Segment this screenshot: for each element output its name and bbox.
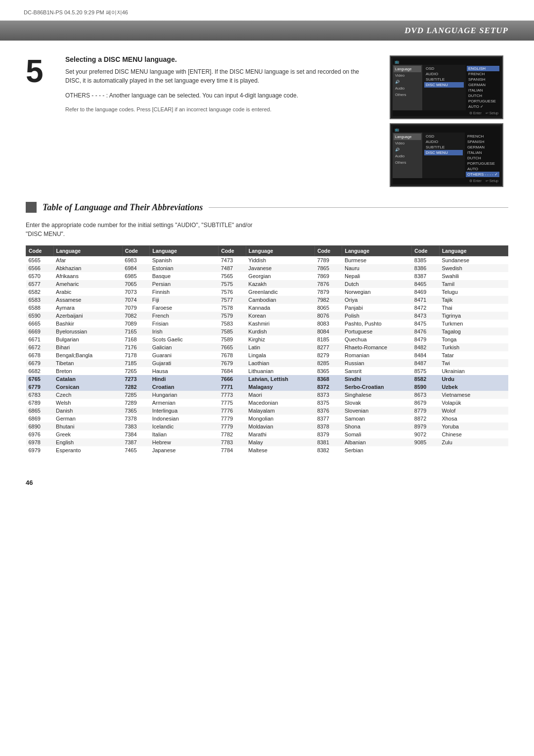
lang-code: 7789 [314,256,342,265]
lang-name: Finnish [150,288,219,296]
lang-name: Maori [246,391,314,399]
lang-code: 7384 [122,430,150,438]
lang-name: Javanese [246,264,314,272]
lang-name: Norwegian [342,288,412,296]
table-row: 6671Bulgarian7168Scots Gaelic7589Kirghiz… [26,335,508,343]
col-header-9: Code [412,246,440,256]
lang-name: Ameharic [53,280,122,288]
table-row: 6978English7387Hebrew7783Malay8381Albani… [26,438,508,446]
table-row: 6979Esperanto7465Japanese7784Maltese8382… [26,446,508,454]
lang-name: Sundanese [439,256,508,265]
lang-name: Assamese [53,296,122,304]
table-row: 6789Welsh7289Armenian7775Macedonian8375S… [26,399,508,407]
lang-name: Aymara [53,304,122,312]
lang-name: Mongolian [246,415,314,423]
tv1-bottom: ⚙ Enter ↩ Setup [393,110,500,116]
lang-name [439,446,508,454]
lang-code: 7577 [219,296,246,304]
lang-code: 6985 [122,272,150,280]
lang-code: 7178 [122,351,150,359]
lang-name: Nauru [342,264,412,272]
col-header-2: Language [53,246,122,256]
lang-code: 6583 [26,296,54,304]
lang-name: Kazakh [246,280,314,288]
lang-name: Thai [439,304,508,312]
table-row: 6565Afar6983Spanish7473Yiddish7789Burmes… [26,256,508,265]
tv2-brand: 📺 [395,127,399,132]
lang-name: Galician [150,343,219,351]
lang-code: 8279 [314,351,342,359]
lang-name: French [150,312,219,320]
lang-name: Spanish [150,256,219,265]
lang-code: 7784 [219,446,246,454]
tv2-bottom: ⚙ Enter ↩ Setup [393,178,500,184]
col-header-7: Code [314,246,342,256]
lang-name: Shona [342,423,412,430]
lang-name: Croatian [150,383,219,391]
lang-code: 7273 [122,375,150,383]
table-row: 6869German7378Indonesian7779Mongolian837… [26,415,508,423]
lang-code: 6783 [26,391,54,399]
lang-code: 7176 [122,343,150,351]
lang-code: 6789 [26,399,54,407]
lang-name: Cambodian [246,296,314,304]
lang-name: Afar [53,256,122,265]
col-header-8: Language [342,246,412,256]
lang-code: 7782 [219,430,246,438]
lang-code: 7074 [122,296,150,304]
lang-name: Japanese [150,446,219,454]
lang-code: 7383 [122,423,150,430]
lang-name: Estonian [150,264,219,272]
lang-name: Basque [150,272,219,280]
table-row: 6765Catalan7273Hindi7666Latvian, Lettish… [26,375,508,383]
lang-name: Twi [439,359,508,367]
table-row: 6566Abkhazian6984Estonian7487Javanese786… [26,264,508,272]
lang-name: Azerbaijani [53,312,122,320]
lang-code: 7982 [314,296,342,304]
lang-name: Breton [53,367,122,375]
lang-code: 6984 [122,264,150,272]
lang-code: 8465 [412,280,440,288]
table-row: 6582Arabic7073Finnish7576Greenlandic7879… [26,288,508,296]
lang-name: Malagasy [246,383,314,391]
table-row: 6588Aymara7079Faroese7578Kannada8065Panj… [26,304,508,312]
lang-code: 6890 [26,423,54,430]
lang-name: Moldavian [246,423,314,430]
col-header-6: Language [246,246,314,256]
lang-code: 8386 [412,264,440,272]
lang-name: Lingala [246,351,314,359]
lang-code: 7775 [219,399,246,407]
lang-code: 7165 [122,328,150,335]
lang-code: 8379 [314,430,342,438]
lang-code: 7289 [122,399,150,407]
lang-code: 8084 [314,328,342,335]
lang-code: 7679 [219,359,246,367]
table-row: 6590Azerbaijani7082French7579Korean8076P… [26,312,508,320]
lang-code: 8375 [314,399,342,407]
table-row: 6679Tibetan7185Gujarati7679Laothian8285R… [26,359,508,367]
lang-name: Kashmiri [246,320,314,328]
lang-code: 7865 [314,264,342,272]
lang-code: 8376 [314,407,342,415]
lang-code: 8285 [314,359,342,367]
lang-code: 6978 [26,438,54,446]
lang-code: 8469 [412,288,440,296]
lang-code: 8471 [412,296,440,304]
lang-name: Tamil [439,280,508,288]
lang-name: Uzbek [439,383,508,391]
lang-code: 8679 [412,399,440,407]
lang-code: 8368 [314,375,342,383]
lang-name: Tonga [439,335,508,343]
section-text: Selecting a DISC MENU language. Set your… [65,55,375,187]
lang-code: 9085 [412,438,440,446]
lang-name: Rhaeto-Romance [342,343,412,351]
lang-name: Nepali [342,272,412,280]
lang-code: 8872 [412,415,440,423]
lang-code: 8372 [314,383,342,391]
lang-name: Bulgarian [53,335,122,343]
lang-name: Portuguese [342,328,412,335]
lang-name: Scots Gaelic [150,335,219,343]
lang-name: Quechua [342,335,412,343]
lang-code: 8482 [412,343,440,351]
lang-code: 6582 [26,288,54,296]
